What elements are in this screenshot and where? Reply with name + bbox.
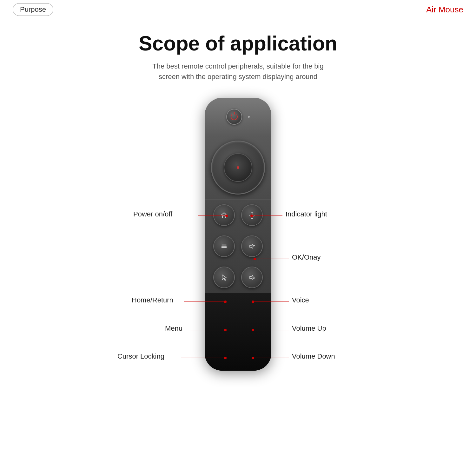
remote-mid-section (205, 199, 271, 293)
top-navigation: Purpose Air Mouse (0, 0, 476, 19)
home-return-icon (220, 211, 228, 220)
cursor-icon (220, 273, 228, 282)
btn-row-2 (205, 231, 271, 262)
remote-top-section (205, 98, 271, 136)
volume-up-label: Volume Up (292, 324, 326, 333)
volume-down-label: Volume Down (292, 352, 335, 360)
svg-marker-9 (222, 275, 227, 281)
indicator-label: Indicator light (286, 210, 327, 218)
btn-row-1 (205, 200, 271, 231)
cursor-label: Cursor Locking (117, 352, 164, 360)
menu-icon (220, 242, 228, 251)
power-button[interactable] (226, 109, 242, 125)
volume-up-icon (248, 242, 256, 251)
home-return-button[interactable] (213, 204, 235, 226)
voice-button[interactable] (241, 204, 263, 226)
menu-button[interactable] (213, 235, 235, 257)
svg-marker-10 (250, 275, 253, 280)
cursor-locking-button[interactable] (213, 267, 235, 288)
page-title: Scope of application (139, 32, 337, 55)
volume-down-button[interactable] (241, 267, 263, 288)
svg-marker-7 (250, 244, 253, 248)
btn-row-3 (205, 262, 271, 293)
microphone-icon (248, 211, 256, 220)
volume-up-button[interactable] (241, 235, 263, 257)
power-label: Power on/off (133, 210, 172, 218)
main-content: Scope of application The best remote con… (0, 0, 476, 383)
svg-rect-0 (222, 215, 226, 218)
svg-rect-1 (251, 212, 253, 216)
page-subtitle: The best remote control peripherals, sui… (149, 61, 327, 82)
power-icon (231, 113, 238, 120)
ok-button[interactable] (224, 153, 252, 182)
remote-bottom-section (205, 293, 271, 371)
air-mouse-label: Air Mouse (426, 5, 463, 15)
volume-down-icon (248, 273, 256, 282)
ok-dot (237, 166, 239, 169)
dpad-outer-ring[interactable] (211, 141, 265, 195)
voice-label: Voice (292, 296, 309, 304)
diagram-area: Power on/off Indicator light OK/Onay Hom… (79, 98, 397, 383)
menu-label: Menu (165, 324, 182, 333)
dpad-section (205, 136, 271, 199)
ok-label: OK/Onay (292, 253, 321, 261)
indicator-light (248, 116, 250, 118)
home-label: Home/Return (132, 296, 173, 304)
remote-control (205, 98, 271, 371)
purpose-button[interactable]: Purpose (13, 3, 53, 16)
